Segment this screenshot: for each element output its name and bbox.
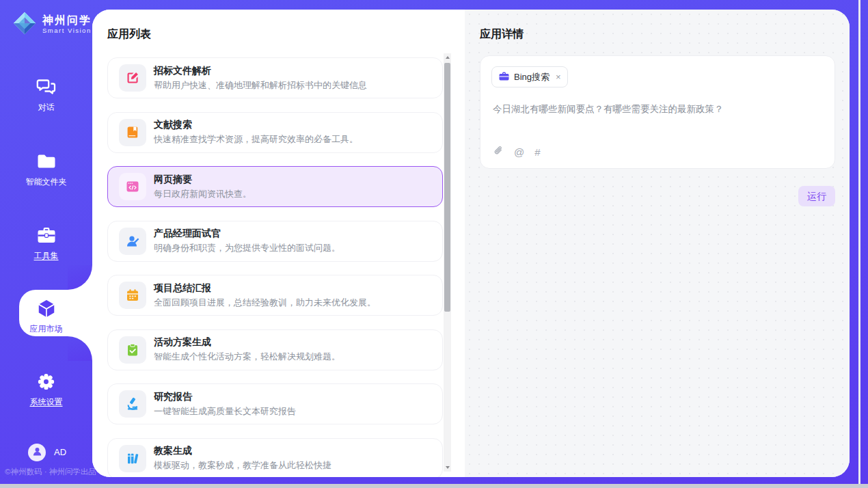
sidebar-item-smart-folder[interactable]: 智能文件夹 — [0, 151, 92, 188]
sidebar-item-label: 工具集 — [34, 250, 59, 262]
avatar[interactable] — [28, 444, 46, 461]
app-card-bid-analysis[interactable]: 招标文件解析 帮助用户快速、准确地理解和解析招标书中的关键信息 — [107, 57, 443, 98]
app-card-desc: 一键智能生成高质量长文本研究报告 — [154, 405, 296, 418]
query-input[interactable]: 今日湖北有哪些新闻要点？有哪些需要关注的最新政策？ — [493, 103, 822, 116]
tool-chip-label: Bing搜索 — [514, 71, 550, 83]
sidebar-item-label: 系统设置 — [30, 396, 63, 408]
app-detail-title: 应用详情 — [480, 27, 524, 42]
cube-icon — [0, 298, 92, 318]
app-card-desc: 快速精准查找学术资源，提高研究效率的必备工具。 — [154, 133, 358, 146]
app-detail-panel: 应用详情 Bing搜索 × 今日湖北有哪些新闻要点？有哪些需要关注的最新政策？ — [465, 10, 850, 477]
app-logo: 神州问学 Smart Vision — [12, 10, 92, 39]
logo-subtitle: Smart Vision — [42, 27, 92, 35]
app-card-title: 产品经理面试官 — [154, 228, 340, 239]
app-card-event-plan[interactable]: 活动方案生成 智能生成个性化活动方案，轻松解决规划难题。 — [107, 329, 443, 370]
clipboard-check-icon — [119, 336, 146, 364]
app-card-desc: 帮助用户快速、准确地理解和解析招标书中的关键信息 — [154, 79, 367, 92]
window-bottom-edge — [0, 484, 868, 488]
scrollbar-down-arrow[interactable] — [444, 463, 451, 472]
app-card-title: 研究报告 — [154, 391, 296, 403]
sidebar: 神州问学 Smart Vision 对话 智能文件夹 — [0, 0, 92, 484]
paperclip-icon[interactable] — [493, 145, 504, 159]
logo-title: 神州问学 — [42, 14, 92, 27]
content-window: 应用列表 招标文件解析 帮助用户快速、准确地理解和解析招标书中的关键信息 — [92, 10, 850, 477]
book-icon — [119, 119, 146, 146]
sidebar-item-toolset[interactable]: 工具集 — [0, 225, 92, 262]
app-card-lesson-plan[interactable]: 教案生成 模板驱动，教案秒成，教学准备从此轻松快捷 — [107, 438, 443, 478]
app-card-desc: 全面回顾项目进展，总结经验教训，助力未来优化发展。 — [154, 297, 376, 309]
app-card-pm-interviewer[interactable]: 产品经理面试官 明确身份和职责，为您提供专业性的面试问题。 — [107, 221, 443, 262]
app-card-desc: 明确身份和职责，为您提供专业性的面试问题。 — [154, 242, 340, 254]
chat-icon — [0, 77, 92, 97]
microscope-icon — [119, 390, 146, 418]
app-list-title: 应用列表 — [107, 27, 151, 42]
interviewer-icon — [119, 228, 146, 255]
user-initials: AD — [54, 447, 66, 457]
edit-doc-icon — [119, 64, 146, 92]
app-card-title: 项目总结汇报 — [154, 282, 376, 294]
diamond-logo-icon — [12, 10, 38, 39]
copyright-text: ©神州数码 · 神州问学出品 — [5, 467, 97, 477]
app-card-desc: 每日政府新闻资讯快查。 — [154, 188, 252, 200]
app-list: 招标文件解析 帮助用户快速、准确地理解和解析招标书中的关键信息 文献搜索 — [107, 57, 443, 477]
window-edge-gap — [858, 0, 860, 484]
app-card-title: 招标文件解析 — [154, 65, 367, 77]
app-card-web-summary[interactable]: 网页摘要 每日政府新闻资讯快查。 — [107, 166, 443, 207]
calendar-icon — [119, 282, 146, 309]
app-list-panel: 应用列表 招标文件解析 帮助用户快速、准确地理解和解析招标书中的关键信息 — [92, 10, 465, 477]
toolbox-icon — [0, 225, 92, 245]
tool-chip-bing-search[interactable]: Bing搜索 × — [491, 66, 568, 87]
browser-icon — [119, 173, 146, 200]
briefcase-icon — [499, 72, 509, 83]
scrollbar-thumb[interactable] — [444, 63, 450, 312]
sidebar-item-label: 应用市场 — [30, 323, 63, 335]
active-pill-curve-top — [68, 265, 92, 290]
run-button[interactable]: 运行 — [798, 186, 835, 206]
sidebar-item-settings[interactable]: 系统设置 — [0, 371, 92, 408]
app-card-desc: 智能生成个性化活动方案，轻松解决规划难题。 — [154, 351, 340, 363]
prompt-card: Bing搜索 × 今日湖北有哪些新闻要点？有哪些需要关注的最新政策？ @ # — [480, 55, 835, 169]
gear-icon — [0, 371, 92, 392]
app-card-desc: 模板驱动，教案秒成，教学准备从此轻松快捷 — [154, 459, 331, 472]
close-icon[interactable]: × — [556, 72, 561, 82]
sidebar-item-app-market[interactable]: 应用市场 — [0, 298, 92, 335]
sidebar-item-chat[interactable]: 对话 — [0, 77, 92, 113]
sidebar-item-label: 对话 — [38, 102, 55, 113]
app-card-title: 网页摘要 — [154, 174, 252, 185]
active-pill-curve-bottom — [68, 336, 92, 361]
app-card-title: 教案生成 — [154, 445, 331, 457]
app-card-title: 活动方案生成 — [154, 336, 340, 348]
user-row: AD — [0, 443, 92, 463]
sidebar-item-label: 智能文件夹 — [26, 176, 67, 188]
app-card-literature-search[interactable]: 文献搜索 快速精准查找学术资源，提高研究效率的必备工具。 — [107, 112, 443, 153]
app-card-project-summary[interactable]: 项目总结汇报 全面回顾项目进展，总结经验教训，助力未来优化发展。 — [107, 275, 443, 316]
app-card-title: 文献搜索 — [154, 119, 358, 131]
scrollbar-up-arrow[interactable] — [444, 53, 451, 62]
folder-icon — [0, 151, 92, 172]
app-card-research-report[interactable]: 研究报告 一键智能生成高质量长文本研究报告 — [107, 383, 443, 424]
attach-toolbar: @ # — [493, 145, 541, 159]
avatar-icon — [31, 446, 43, 460]
books-icon — [119, 445, 146, 472]
mention-icon[interactable]: @ — [514, 147, 524, 158]
hash-icon[interactable]: # — [534, 147, 540, 158]
scrollbar — [444, 53, 451, 472]
